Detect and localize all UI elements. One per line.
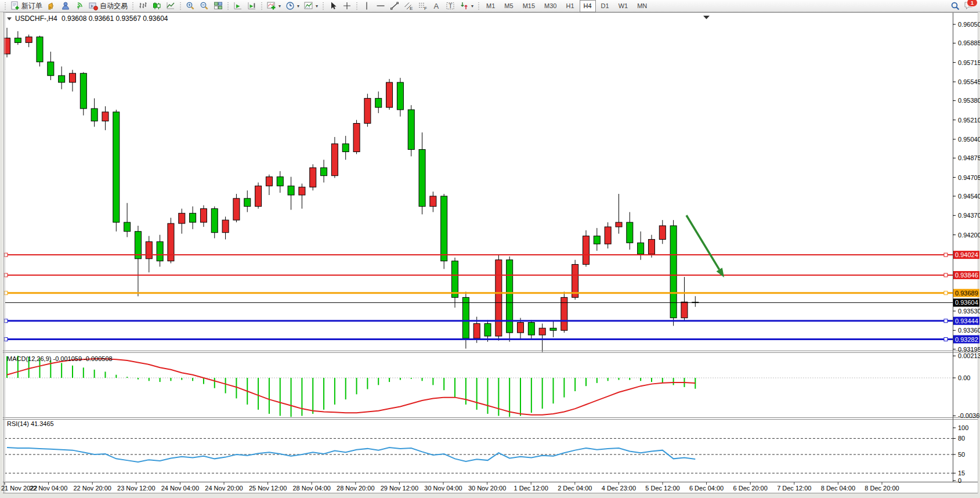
price-tick-label: 0.95380 bbox=[958, 97, 980, 104]
autotrading-button[interactable]: 自动交易 bbox=[86, 0, 130, 12]
bar-chart-button[interactable] bbox=[136, 0, 150, 12]
add-indicator-icon bbox=[267, 1, 276, 10]
equidistant-channel-icon: E bbox=[404, 1, 413, 10]
timeframe-m30[interactable]: M30 bbox=[540, 0, 560, 12]
timeframe-m15[interactable]: M15 bbox=[519, 0, 539, 12]
megaphone-icon bbox=[47, 1, 56, 10]
line-chart-button[interactable] bbox=[164, 0, 178, 12]
search-icon[interactable] bbox=[950, 1, 960, 11]
vertical-line-button[interactable] bbox=[360, 0, 374, 12]
price-tick-label: 0.95715 bbox=[958, 59, 980, 66]
timeframe-m5[interactable]: M5 bbox=[500, 0, 517, 12]
candle-body bbox=[321, 168, 327, 176]
ohlc-values-label: 0.93608 0.93661 0.93567 0.93604 bbox=[62, 15, 168, 23]
main-toolbar: 新订单 自动交易 bbox=[0, 0, 980, 12]
candle-body bbox=[37, 37, 43, 62]
tile-windows-button[interactable] bbox=[211, 0, 225, 12]
price-label-text: 0.93444 bbox=[955, 317, 978, 324]
candle-body bbox=[277, 177, 283, 186]
horizontal-line-button[interactable] bbox=[374, 0, 388, 12]
candle-body bbox=[233, 199, 240, 220]
crosshair-button[interactable] bbox=[340, 0, 354, 12]
toolbar-grip[interactable] bbox=[132, 2, 134, 10]
symbol-period-label: USDCHF-,H4 bbox=[15, 15, 57, 23]
crosshair-icon bbox=[342, 1, 352, 10]
time-tick-label: 6 Dec 20:00 bbox=[733, 485, 768, 492]
price-tick-label: 0.95210 bbox=[958, 117, 980, 124]
signals-button[interactable] bbox=[73, 0, 86, 12]
auto-scroll-button[interactable] bbox=[231, 0, 245, 12]
text-button[interactable]: A bbox=[429, 0, 443, 12]
time-tick-label: 28 Nov 04:00 bbox=[292, 485, 330, 492]
chart-template-icon bbox=[304, 1, 313, 10]
auto-scroll-icon bbox=[233, 1, 243, 10]
candle-body bbox=[518, 323, 524, 333]
candle-body bbox=[80, 73, 86, 109]
macd-label: MACD(12,26,9) -0.001059 -0.000508 bbox=[7, 355, 113, 362]
toolbar-grip[interactable] bbox=[4, 2, 6, 10]
indicators-button[interactable]: ▾ bbox=[265, 0, 283, 12]
candle-body bbox=[638, 243, 644, 254]
toolbar-grip[interactable] bbox=[227, 2, 229, 10]
price-tick-label: 0.94705 bbox=[958, 174, 980, 181]
zoom-in-button[interactable] bbox=[183, 0, 197, 12]
line-handle bbox=[4, 338, 8, 341]
time-tick-label: 7 Dec 12:00 bbox=[777, 485, 811, 492]
toolbar-grip[interactable] bbox=[356, 2, 358, 10]
clock-icon bbox=[285, 1, 295, 10]
chart-shift-button[interactable] bbox=[245, 0, 259, 12]
trendline-button[interactable] bbox=[388, 0, 402, 12]
svg-text:T: T bbox=[449, 2, 453, 9]
candle-body bbox=[364, 98, 371, 123]
market-watch-button[interactable] bbox=[59, 0, 73, 12]
candle-body bbox=[441, 196, 447, 261]
text-label-button[interactable]: T bbox=[443, 0, 457, 12]
line-handle bbox=[4, 273, 8, 277]
toolbar-grip[interactable] bbox=[261, 2, 263, 10]
timeframe-h1[interactable]: H1 bbox=[562, 0, 578, 12]
fibonacci-button[interactable]: F bbox=[415, 0, 429, 12]
periods-button[interactable]: ▾ bbox=[283, 0, 302, 12]
price-tick-label: 0.93195 bbox=[958, 346, 980, 353]
chart-canvas[interactable]: MACD(12,26,9) -0.001059 -0.000508RSI(14)… bbox=[0, 12, 980, 493]
macd-axis-label: 0.00 bbox=[958, 374, 970, 381]
macd-axis-label: -0.003698 bbox=[958, 412, 980, 419]
arrows-objects-button[interactable]: ▾ bbox=[457, 0, 476, 12]
candlestick-chart-button[interactable] bbox=[150, 0, 164, 12]
timeframe-m1[interactable]: M1 bbox=[482, 0, 499, 12]
notifications-button[interactable]: 1 bbox=[964, 1, 974, 11]
candle-body bbox=[69, 73, 75, 82]
line-handle bbox=[944, 291, 948, 295]
line-handle bbox=[4, 319, 8, 323]
toolbar-grip[interactable] bbox=[478, 2, 480, 10]
timeframe-w1[interactable]: W1 bbox=[614, 0, 632, 12]
candle-body bbox=[124, 222, 131, 232]
candle-body bbox=[462, 297, 469, 338]
rsi-axis-label: 80 bbox=[958, 435, 965, 442]
templates-button[interactable]: ▾ bbox=[302, 0, 320, 12]
candle-body bbox=[583, 236, 589, 265]
new-order-button[interactable]: 新订单 bbox=[8, 0, 45, 12]
vertical-line-icon bbox=[362, 1, 371, 10]
alerts-button[interactable] bbox=[45, 0, 59, 12]
autotrading-label: 自动交易 bbox=[100, 1, 128, 11]
candle-body bbox=[310, 168, 316, 187]
rsi-axis-label: 100 bbox=[958, 424, 968, 431]
timeframe-h4[interactable]: H4 bbox=[580, 0, 596, 12]
candle-body bbox=[113, 112, 120, 222]
timeframe-mn[interactable]: MN bbox=[633, 0, 651, 12]
toolbar-grip[interactable] bbox=[322, 2, 324, 10]
candle-body bbox=[507, 260, 513, 333]
equidistant-channel-button[interactable]: E bbox=[402, 0, 415, 12]
timeframe-d1[interactable]: D1 bbox=[597, 0, 613, 12]
candle-body bbox=[648, 239, 654, 254]
candle-body bbox=[15, 38, 21, 43]
time-tick-label: 29 Nov 12:00 bbox=[381, 485, 418, 492]
candle-body bbox=[594, 236, 600, 244]
toolbar-grip[interactable] bbox=[179, 2, 182, 10]
price-tick-label: 0.95885 bbox=[958, 39, 980, 46]
zoom-out-button[interactable] bbox=[197, 0, 211, 12]
candle-body bbox=[266, 177, 272, 186]
candle-body bbox=[299, 187, 305, 195]
cursor-button[interactable] bbox=[326, 0, 340, 12]
